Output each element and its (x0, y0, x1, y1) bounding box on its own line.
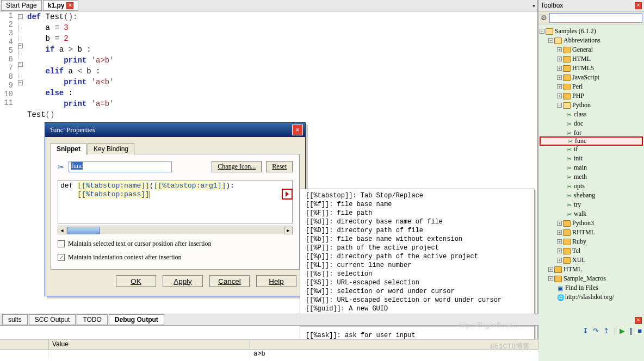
tab-k1py[interactable]: k1.py× (43, 0, 79, 11)
tree-node[interactable]: RHTML (572, 228, 595, 236)
tree-leaf[interactable]: if (574, 145, 578, 153)
tab-scc-output[interactable]: SCC Output (29, 314, 76, 325)
tree-leaf[interactable]: for (574, 129, 581, 137)
tab-start-page[interactable]: Start Page (1, 0, 42, 11)
tree-leaf[interactable]: http://slashdot.org/ (565, 293, 614, 301)
tree-node-python[interactable]: Python (572, 101, 591, 109)
close-icon[interactable]: × (635, 2, 642, 9)
tab-results[interactable]: sults (2, 314, 28, 325)
tree-node[interactable]: JavaScript (572, 73, 599, 82)
scroll-left-icon[interactable]: ◄ (58, 227, 66, 234)
checkbox-maintain-selected[interactable] (58, 240, 65, 247)
shortcut-item[interactable]: [[%F]]: file path (306, 209, 529, 217)
tree-leaf[interactable]: opts (574, 182, 585, 190)
fold-gutter: − − − − (16, 11, 24, 85)
chevron-down-icon[interactable]: ▾ (532, 3, 535, 9)
tree-node[interactable]: Tcl (572, 247, 580, 255)
tree-leaf[interactable]: walk (574, 210, 586, 218)
snippet-name-input[interactable]: func (69, 161, 172, 172)
tree-node[interactable]: Ruby (572, 238, 586, 246)
scroll-thumb[interactable] (67, 227, 100, 234)
snippet-body-editor[interactable]: def [[%tabstop:name]]([[%tabstop:arg1]])… (58, 180, 293, 223)
tree-node[interactable]: Abbreviations (564, 36, 600, 45)
step-in-icon[interactable]: ↧ (583, 327, 589, 335)
shortcut-item[interactable]: [[%tabstop]]: Tab Stop/Replace (306, 191, 529, 200)
cancel-button[interactable]: Cancel (209, 275, 250, 287)
toolbox-tree[interactable]: −Samples (6.1.2) −Abbreviations +General… (538, 24, 644, 361)
tab-snippet[interactable]: Snippet (51, 143, 86, 154)
toolbox-search-input[interactable] (549, 13, 642, 23)
snippet-icon: ✂ (566, 202, 572, 208)
stop-icon[interactable]: ■ (637, 327, 642, 335)
scroll-right-icon[interactable]: ► (284, 227, 293, 234)
tree-node[interactable]: General (572, 46, 593, 54)
checkbox-label: Maintain selected text or cursor positio… (68, 240, 212, 248)
ok-button[interactable]: OK (116, 275, 156, 287)
shortcut-item[interactable]: [[%f]]: file base name (306, 200, 529, 209)
col-value: Value (49, 340, 250, 349)
gear-icon[interactable]: ⚙ (541, 14, 547, 22)
tree-node[interactable]: HTML (564, 265, 582, 273)
reset-button[interactable]: Reset (266, 161, 293, 172)
step-over-icon[interactable]: ↷ (593, 327, 599, 335)
tree-leaf[interactable]: main (574, 164, 587, 172)
shortcut-item[interactable]: [[%w]]: selection or word under cursor (306, 287, 529, 296)
tree-node[interactable]: HTML5 (572, 64, 594, 72)
triangle-right-icon (286, 191, 289, 197)
blog-link-watermark: https://blog.csdn.net/... (459, 321, 519, 329)
fold-toggle[interactable]: − (18, 80, 23, 85)
tree-node[interactable]: PHP (572, 92, 584, 100)
tab-debug-output[interactable]: Debug Output (109, 314, 164, 325)
apply-button[interactable]: Apply (163, 275, 203, 287)
tree-leaf[interactable]: class (574, 110, 586, 119)
tree-leaf[interactable]: meth (574, 173, 587, 181)
tree-node[interactable]: HTML (572, 55, 591, 63)
shortcut-item[interactable]: [[%P]]: path of the active project (306, 244, 529, 252)
tree-node[interactable]: Python3 (572, 219, 594, 227)
fold-toggle[interactable]: − (18, 43, 23, 48)
shortcut-item[interactable]: [[%S]]: URL-escaped selection (306, 278, 529, 287)
close-icon[interactable]: × (635, 317, 642, 324)
tab-key-binding[interactable]: Key Binding (88, 143, 134, 154)
tree-leaf[interactable]: shebang (574, 191, 595, 200)
shortcut-item[interactable]: [[%L]]: current line number (306, 261, 529, 270)
tree-leaf[interactable]: try (574, 201, 581, 209)
shortcut-item[interactable]: [[%W]]: URL-escaped selection or word un… (306, 296, 529, 304)
tab-todo[interactable]: TODO (77, 314, 107, 325)
tree-leaf[interactable]: init (574, 154, 583, 163)
toolbox-title: Toolbox (541, 2, 635, 9)
tree-leaf[interactable]: doc (574, 120, 583, 128)
snippet-icon: ✂ (566, 174, 572, 180)
tree-node[interactable]: Samples (6.1.2) (555, 27, 596, 35)
change-icon-button[interactable]: Change Icon... (212, 161, 262, 172)
pause-icon[interactable]: ‖ (629, 327, 633, 335)
scissors-icon: ✂ (58, 163, 64, 171)
shortcut-item[interactable]: [[%guid]]: A new GUID (306, 304, 529, 313)
dialog-titlebar[interactable]: 'func' Properties × (45, 123, 305, 137)
step-out-icon[interactable]: ↥ (603, 327, 609, 335)
close-icon[interactable]: × (66, 2, 73, 9)
h-scrollbar[interactable]: ◄ ► (58, 226, 293, 234)
checkbox-maintain-indent[interactable] (58, 254, 65, 261)
fold-toggle[interactable]: − (18, 62, 23, 67)
close-icon[interactable]: × (292, 125, 303, 135)
shortcut-expand-button[interactable] (282, 189, 293, 200)
shortcut-item[interactable]: [[%p]]: directory path of the active pro… (306, 252, 529, 261)
help-button[interactable]: Help (256, 275, 296, 287)
fold-toggle[interactable]: − (18, 14, 23, 19)
console-icon: ▣ (557, 285, 564, 291)
func-properties-dialog: 'func' Properties × Snippet Key Binding … (45, 122, 306, 296)
shortcut-item[interactable]: [[%d]]: directory base name of file (306, 217, 529, 226)
tree-node[interactable]: Sample_Macros (564, 275, 606, 283)
tree-node[interactable]: Perl (572, 83, 583, 91)
play-icon[interactable]: ▶ (620, 327, 625, 335)
code-area[interactable]: def Test(): a = 3 b = 2 if a > b : print… (27, 11, 537, 131)
shortcut-item[interactable]: [[%ask]]: ask for user input (306, 331, 529, 340)
checkbox-label: Maintain indentation context after inser… (68, 253, 182, 262)
shortcut-item[interactable]: [[%D]]: directory path of file (306, 226, 529, 235)
shortcut-item[interactable]: [[%b]]: file base name without extension (306, 235, 529, 244)
tree-leaf[interactable]: Find in Files (565, 284, 598, 292)
tree-leaf-func[interactable]: func (575, 137, 586, 145)
shortcut-item[interactable]: [[%s]]: selection (306, 270, 529, 278)
tree-node[interactable]: XUL (572, 256, 586, 264)
